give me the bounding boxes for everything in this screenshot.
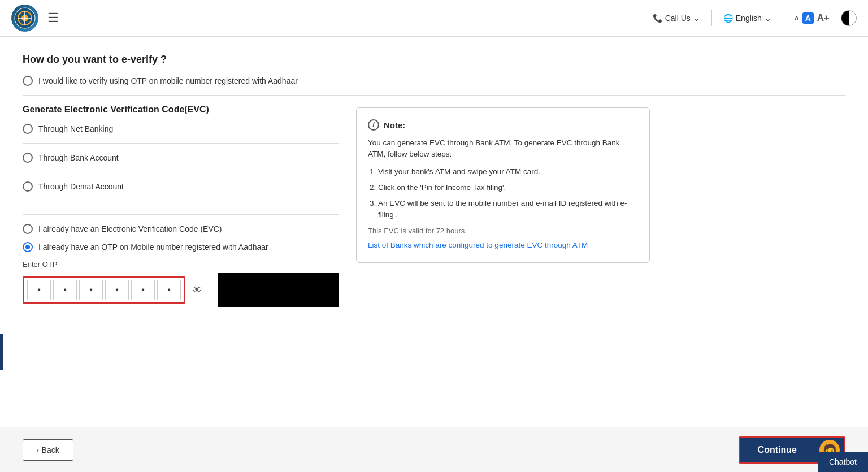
note-validity: This EVC is valid for 72 hours.	[368, 227, 638, 235]
note-title: Note:	[384, 120, 405, 130]
call-us-chevron: ⌄	[693, 14, 700, 23]
radio-net-banking-label: Through Net Banking	[38, 124, 113, 133]
radio-bank-account[interactable]: Through Bank Account	[23, 153, 339, 163]
divider-2	[23, 143, 339, 144]
chatbot-label: Chatbot	[829, 457, 857, 466]
right-column: i Note: You can generate EVC through Ban…	[356, 105, 650, 307]
radio-aadhaar-otp[interactable]: I would like to verify using OTP on mobi…	[23, 76, 845, 86]
radio-already-evc-circle	[23, 224, 33, 234]
nav-left: ☰	[11, 5, 59, 32]
back-label: ‹ Back	[37, 445, 59, 454]
divider-3	[23, 172, 339, 172]
phone-icon: 📞	[653, 14, 662, 23]
radio-net-banking[interactable]: Through Net Banking	[23, 124, 339, 134]
top-navigation: ☰ 📞 Call Us ⌄ 🌐 English ⌄ A A A+	[0, 0, 868, 37]
back-button[interactable]: ‹ Back	[23, 439, 73, 461]
note-step-2: Click on the 'Pin for Income Tax filing'…	[378, 182, 638, 193]
radio-already-evc[interactable]: I already have an Electronic Verificatio…	[23, 224, 339, 234]
note-header: i Note:	[368, 119, 638, 131]
divider-1	[23, 95, 845, 96]
note-step-3: An EVC will be sent to the mobile number…	[378, 198, 638, 221]
globe-icon: 🌐	[723, 14, 733, 23]
note-box: i Note: You can generate EVC through Ban…	[356, 107, 650, 263]
hamburger-menu[interactable]: ☰	[47, 11, 59, 25]
two-column-layout: Generate Electronic Verification Code(EV…	[23, 105, 845, 307]
radio-aadhaar-otp-label: I would like to verify using OTP on mobi…	[38, 76, 298, 85]
font-size-controls: A A A+	[795, 12, 830, 24]
page-title: How do you want to e-verify ?	[23, 54, 845, 66]
otp-input-5[interactable]	[131, 280, 155, 300]
radio-demat-account[interactable]: Through Demat Account	[23, 181, 339, 192]
divider-4	[23, 214, 339, 215]
otp-input-2[interactable]	[53, 280, 77, 300]
note-intro: You can generate EVC through Bank ATM. T…	[368, 137, 638, 161]
radio-already-otp-circle	[23, 242, 33, 252]
radio-aadhaar-otp-circle	[23, 76, 33, 86]
main-content: How do you want to e-verify ? I would li…	[0, 37, 868, 427]
nav-right: 📞 Call Us ⌄ 🌐 English ⌄ A A A+	[653, 10, 857, 26]
note-steps-list: Visit your bank's ATM and swipe your ATM…	[368, 166, 638, 221]
radio-already-otp-label: I already have an OTP on Mobile number r…	[38, 243, 268, 252]
note-step-1: Visit your bank's ATM and swipe your ATM…	[378, 166, 638, 177]
left-accent-bar	[0, 334, 3, 370]
info-icon: i	[368, 119, 379, 131]
redacted-content	[218, 273, 339, 307]
language-dropdown[interactable]: 🌐 English ⌄	[723, 14, 771, 23]
otp-input-row: 👁︎	[23, 273, 339, 307]
nav-divider-1	[711, 10, 712, 26]
nav-divider-2	[783, 10, 783, 26]
language-chevron: ⌄	[765, 14, 771, 23]
otp-input-6[interactable]	[157, 280, 181, 300]
radio-already-evc-label: I already have an Electronic Verificatio…	[38, 224, 222, 233]
language-label: English	[736, 14, 762, 23]
site-logo	[11, 5, 38, 32]
otp-section: Enter OTP 👁︎	[23, 260, 339, 307]
font-large-btn[interactable]: A+	[817, 12, 830, 24]
otp-boxes-container	[23, 276, 185, 304]
continue-label: Continue	[758, 445, 797, 454]
radio-net-banking-circle	[23, 124, 33, 134]
evc-section-title: Generate Electronic Verification Code(EV…	[23, 105, 339, 115]
radio-already-otp[interactable]: I already have an OTP on Mobile number r…	[23, 242, 339, 252]
otp-input-4[interactable]	[105, 280, 129, 300]
radio-bank-account-label: Through Bank Account	[38, 153, 119, 162]
chatbot-widget[interactable]: Chatbot	[818, 452, 868, 472]
left-column: Generate Electronic Verification Code(EV…	[23, 105, 339, 307]
call-us-dropdown[interactable]: 📞 Call Us ⌄	[653, 14, 700, 23]
bank-list-link[interactable]: List of Banks which are configured to ge…	[368, 241, 588, 249]
bottom-bar: ‹ Back Continue 🧑	[0, 427, 868, 472]
continue-button[interactable]: Continue	[740, 438, 815, 462]
radio-demat-account-circle	[23, 181, 33, 192]
otp-label: Enter OTP	[23, 260, 339, 269]
radio-demat-account-label: Through Demat Account	[38, 182, 124, 191]
radio-bank-account-circle	[23, 153, 33, 163]
call-us-label: Call Us	[665, 14, 691, 23]
otp-input-3[interactable]	[79, 280, 103, 300]
otp-input-1[interactable]	[27, 280, 51, 300]
contrast-toggle[interactable]	[841, 10, 857, 26]
toggle-visibility-icon[interactable]: 👁︎	[192, 284, 202, 296]
font-medium-btn[interactable]: A	[802, 12, 814, 24]
font-small-btn[interactable]: A	[795, 15, 799, 21]
